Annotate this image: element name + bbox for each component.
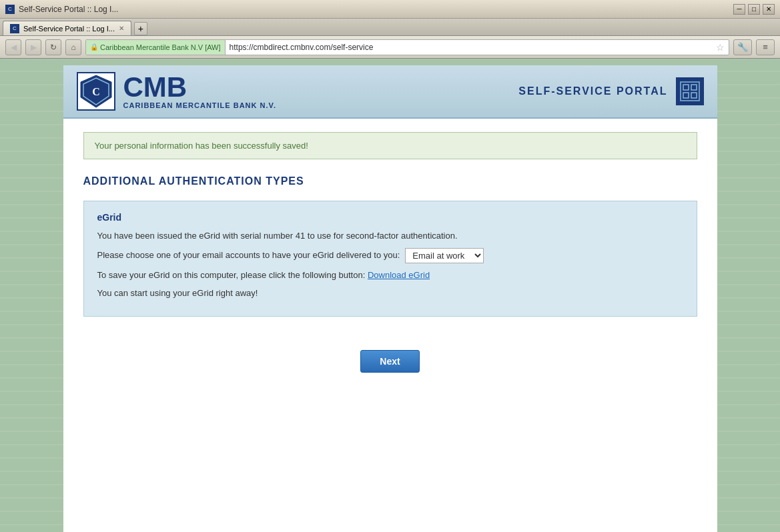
page-background: C CMB CARIBBEAN MERCANTILE BANK N.V. SEL… [0, 59, 780, 532]
close-button[interactable]: ✕ [763, 4, 775, 15]
logo-area: C CMB CARIBBEAN MERCANTILE BANK N.V. [77, 72, 276, 111]
site-header: C CMB CARIBBEAN MERCANTILE BANK N.V. SEL… [63, 65, 717, 119]
next-button[interactable]: Next [360, 350, 419, 373]
success-banner: Your personal information has been succe… [83, 132, 697, 159]
egrid-card: eGrid You have been issued the eGrid wit… [83, 201, 697, 317]
page-footer-space [83, 386, 697, 519]
url-text[interactable]: https://cmbdirect.cmbnv.com/self-service [226, 43, 712, 52]
bookmark-icon[interactable]: ☆ [712, 42, 729, 53]
restore-button[interactable]: □ [748, 4, 760, 15]
nav-bar: ◀ ▶ ↻ ⌂ 🔒 Caribbean Mercantile Bank N.V … [0, 36, 780, 59]
portal-icon-svg [679, 81, 701, 102]
logo-svg: C [79, 74, 113, 109]
url-secure-label: Caribbean Mercantile Bank N.V [AW] [100, 43, 221, 51]
button-container: Next [83, 337, 697, 386]
minimize-button[interactable]: ─ [733, 4, 745, 15]
lock-icon: 🔒 [90, 43, 98, 51]
section-title: ADDITIONAL AUTHENTICATION TYPES [83, 175, 697, 187]
url-bar[interactable]: 🔒 Caribbean Mercantile Bank N.V [AW] htt… [85, 39, 729, 55]
logo-fullname-text: CARIBBEAN MERCANTILE BANK N.V. [123, 101, 276, 109]
email-account-select[interactable]: Email at work Email at home [405, 248, 484, 263]
egrid-email-row: Please choose one of your email accounts… [97, 248, 683, 263]
main-content: Your personal information has been succe… [63, 119, 717, 532]
tab-bar: C Self-Service Portal :: Log I... ✕ + [0, 19, 780, 36]
logo-image: C [79, 74, 113, 109]
egrid-title: eGrid [97, 212, 683, 223]
logo-text-area: CMB CARIBBEAN MERCANTILE BANK N.V. [123, 73, 276, 109]
portal-icon [676, 77, 704, 105]
egrid-serial-text: You have been issued the eGrid with seri… [97, 229, 683, 243]
title-bar-controls: ─ □ ✕ [733, 4, 775, 15]
active-tab[interactable]: C Self-Service Portal :: Log I... ✕ [3, 21, 131, 35]
svg-text:C: C [92, 86, 100, 97]
success-message: Your personal information has been succe… [95, 141, 308, 151]
egrid-save-text: To save your eGrid on this computer, ple… [97, 269, 683, 282]
refresh-button[interactable]: ↻ [45, 39, 61, 55]
header-right: SELF-SERVICE PORTAL [518, 77, 703, 105]
window-title: Self-Service Portal :: Log I... [19, 5, 118, 14]
url-secure-indicator: 🔒 Caribbean Mercantile Bank N.V [AW] [86, 40, 226, 55]
back-button[interactable]: ◀ [5, 39, 21, 55]
tab-favicon-icon: C [10, 24, 19, 33]
extensions-icon[interactable]: 🔧 [733, 39, 752, 55]
egrid-start-text: You can start using your eGrid right awa… [97, 287, 683, 300]
tab-title: Self-Service Portal :: Log I... [23, 25, 115, 33]
tab-close-icon[interactable]: ✕ [119, 25, 124, 32]
content-wrapper: C CMB CARIBBEAN MERCANTILE BANK N.V. SEL… [63, 65, 717, 532]
forward-button[interactable]: ▶ [25, 39, 41, 55]
tab-favicon: C [5, 5, 15, 14]
logo-cmb-text: CMB [123, 73, 276, 101]
download-egrid-link[interactable]: Download eGrid [368, 270, 430, 280]
egrid-email-label: Please choose one of your email accounts… [97, 249, 400, 262]
browser-window: C Self-Service Portal :: Log I... ─ □ ✕ … [0, 0, 780, 532]
logo-box: C [77, 72, 115, 111]
home-button[interactable]: ⌂ [65, 39, 81, 55]
new-tab-button[interactable]: + [134, 22, 147, 35]
self-service-portal-label: SELF-SERVICE PORTAL [518, 85, 667, 97]
title-bar: C Self-Service Portal :: Log I... ─ □ ✕ [0, 0, 780, 19]
menu-icon[interactable]: ≡ [756, 39, 775, 55]
